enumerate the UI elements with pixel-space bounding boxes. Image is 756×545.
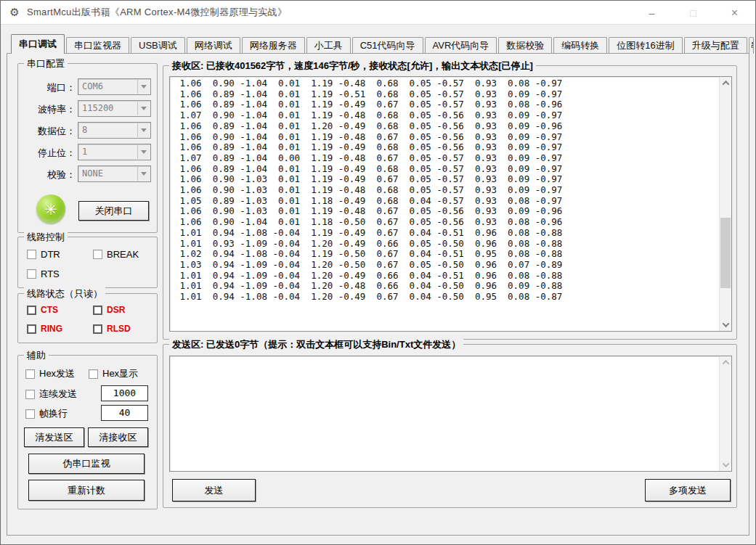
serial-debug-page: 串口配置 端口： COM6 波特率： 115200 数据位： 8: [7, 53, 749, 536]
line-control-title: 线路控制: [24, 231, 68, 244]
stopbits-value: 1: [82, 147, 87, 157]
send-scrollbar[interactable]: [719, 356, 731, 471]
checkbox-icon: [93, 306, 102, 315]
minimize-button[interactable]: –: [631, 1, 672, 25]
continuous-interval-input[interactable]: 1000: [101, 385, 148, 401]
tab-encoding-convert[interactable]: 编码转换: [553, 37, 607, 54]
tab-network-debug[interactable]: 网络调试: [187, 37, 240, 54]
databits-label: 数据位：: [38, 125, 76, 138]
checkbox-icon: [27, 324, 36, 334]
databits-select[interactable]: 8: [78, 122, 151, 139]
scroll-up-icon[interactable]: [720, 356, 731, 369]
title-bar: ⚙ SmartMcu出版书籍《ARM Cortex-M4微控制器原理与实战》 –…: [1, 1, 755, 25]
line-status-title: 线路状态（只读）: [24, 287, 105, 300]
parity-select[interactable]: NONE: [78, 165, 151, 182]
close-button[interactable]: ×: [714, 1, 755, 25]
cts-label: CTS: [41, 305, 58, 315]
parity-row: 校验： NONE: [18, 165, 157, 183]
ring-indicator: RING: [27, 324, 62, 334]
chevron-down-icon: [137, 145, 150, 159]
rts-checkbox[interactable]: RTS: [27, 269, 60, 279]
tab-usb-debug[interactable]: USB调试: [131, 37, 185, 54]
window-title: SmartMcu出版书籍《ARM Cortex-M4微控制器原理与实战》: [27, 6, 287, 19]
tab-c51-wizard[interactable]: C51代码向导: [352, 37, 423, 54]
chevron-down-icon: [137, 167, 150, 181]
maximize-button[interactable]: □: [672, 1, 714, 25]
ring-label: RING: [41, 324, 62, 334]
dsr-label: DSR: [107, 305, 125, 315]
chevron-down-icon: [137, 123, 150, 137]
serial-config-group: 串口配置 端口： COM6 波特率： 115200 数据位： 8: [17, 63, 158, 233]
databits-row: 数据位： 8: [18, 122, 157, 139]
window-controls: – □ ×: [631, 1, 755, 25]
receive-header: 接收区: 已接收401562字节，速度146字节/秒，接收状态[允许]，输出文本…: [169, 60, 536, 73]
baudrate-label: 波特率：: [38, 103, 76, 116]
dsr-indicator: DSR: [93, 305, 125, 315]
hex-display-checkbox[interactable]: Hex显示: [89, 367, 138, 380]
tab-network-server[interactable]: 网络服务器: [242, 37, 305, 54]
clear-receive-button[interactable]: 清接收区: [88, 427, 148, 447]
checkbox-icon: [27, 269, 36, 279]
chevron-down-icon: [137, 102, 150, 115]
tab-bitmap-hex[interactable]: 位图转16进制: [609, 37, 682, 54]
stopbits-label: 停止位：: [38, 147, 76, 160]
frame-newline-checkbox[interactable]: 帧换行: [25, 407, 68, 420]
break-checkbox[interactable]: BREAK: [93, 249, 139, 260]
databits-value: 8: [82, 125, 87, 135]
checkbox-icon: [27, 250, 36, 259]
port-row: 端口： COM6: [18, 78, 157, 96]
scroll-down-icon[interactable]: [720, 459, 731, 471]
clear-send-button[interactable]: 清发送区: [24, 427, 84, 447]
recount-button[interactable]: 重新计数: [28, 480, 145, 501]
tab-partial-clipped[interactable]: 串: [749, 37, 754, 54]
frame-chars-input[interactable]: 40: [101, 405, 148, 421]
checkbox-icon: [25, 390, 35, 399]
port-select[interactable]: COM6: [78, 78, 151, 95]
hex-send-checkbox[interactable]: Hex发送: [25, 367, 75, 380]
receive-scroll-thumb[interactable]: [720, 218, 731, 288]
dtr-checkbox[interactable]: DTR: [27, 249, 60, 260]
send-header: 发送区: 已发送0字节（提示：双击文本框可以支持Bin/Txt文件发送）: [169, 338, 463, 351]
port-open-status-icon: ✳: [36, 194, 65, 224]
stopbits-row: 停止位： 1: [18, 144, 157, 161]
line-status-group: 线路状态（只读） CTS DSR RING RLSD: [17, 293, 158, 343]
app-gear-icon: ⚙: [7, 6, 22, 19]
send-textarea[interactable]: [169, 356, 732, 472]
tab-upgrade-config[interactable]: 升级与配置: [684, 37, 747, 54]
tab-serial-debug[interactable]: 串口调试: [11, 34, 65, 54]
tab-avr-wizard[interactable]: AVR代码向导: [425, 37, 497, 54]
rts-label: RTS: [41, 269, 60, 279]
break-label: BREAK: [107, 249, 139, 260]
tab-small-tools[interactable]: 小工具: [306, 37, 351, 54]
port-label: 端口：: [47, 81, 76, 94]
port-value: COM6: [82, 81, 103, 91]
parity-label: 校验：: [47, 168, 76, 181]
auxiliary-title: 辅助: [24, 349, 49, 362]
checkbox-icon: [27, 306, 36, 315]
parity-value: NONE: [82, 168, 103, 179]
scroll-up-icon[interactable]: [720, 77, 731, 89]
send-text: [174, 358, 717, 471]
stopbits-select[interactable]: 1: [78, 144, 151, 160]
receive-text: 1.06 0.90 -1.04 0.01 1.19 -0.48 0.68 0.0…: [174, 78, 717, 331]
pseudo-serial-monitor-button[interactable]: 伪串口监视: [28, 454, 145, 474]
send-button[interactable]: 发送: [172, 479, 256, 501]
multi-send-button[interactable]: 多项发送: [645, 479, 731, 501]
close-port-button[interactable]: 关闭串口: [78, 201, 149, 221]
checkbox-icon: [89, 369, 98, 379]
scroll-down-icon[interactable]: [720, 319, 731, 331]
asterisk-icon: ✳: [44, 202, 57, 217]
line-control-group: 线路控制 DTR BREAK RTS: [17, 237, 158, 288]
receive-scrollbar[interactable]: [719, 77, 731, 331]
send-group: 发送区: 已发送0字节（提示：双击文本框可以支持Bin/Txt文件发送） 发送 …: [163, 344, 737, 508]
tab-strip: 串口调试 串口监视器 USB调试 网络调试 网络服务器 小工具 C51代码向导 …: [11, 34, 755, 54]
tab-data-verify[interactable]: 数据校验: [498, 37, 552, 54]
checkbox-icon: [93, 324, 102, 334]
auxiliary-group: 辅助 Hex发送 Hex显示 连续发送 1000 帧换行 40 清发送区 清接收…: [17, 355, 158, 509]
continuous-send-checkbox[interactable]: 连续发送: [25, 388, 77, 401]
receive-textarea[interactable]: 1.06 0.90 -1.04 0.01 1.19 -0.48 0.68 0.0…: [169, 76, 732, 332]
cts-indicator: CTS: [27, 305, 58, 315]
tab-serial-monitor[interactable]: 串口监视器: [66, 37, 129, 54]
baudrate-value: 115200: [82, 103, 113, 113]
baudrate-select[interactable]: 115200: [78, 100, 151, 117]
